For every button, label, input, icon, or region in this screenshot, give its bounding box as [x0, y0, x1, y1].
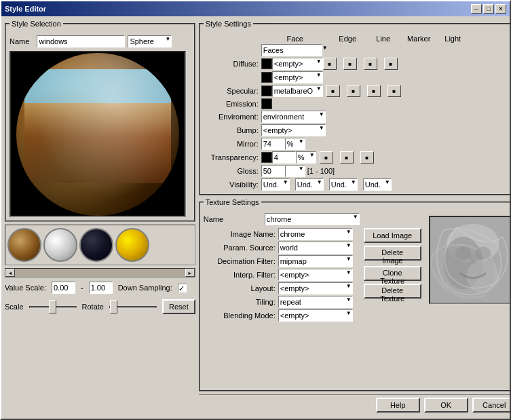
scale-slider[interactable]	[29, 306, 77, 308]
rotate-slider[interactable]	[109, 306, 157, 308]
visibility-label: Visibility:	[207, 180, 261, 189]
delete-image-button[interactable]: Delete Image	[364, 246, 421, 261]
param-source-select[interactable]: worldlocal	[278, 242, 353, 254]
param-source-row: Param. Source: worldlocal	[204, 242, 360, 254]
texture-name-select[interactable]: chromeenvironment	[265, 213, 360, 225]
image-name-select[interactable]: chrome<empty>	[278, 228, 353, 240]
shape-select[interactable]: Sphere Cube	[128, 35, 172, 47]
left-panel: Style Selection Name Sphere Cube	[5, 20, 195, 415]
diffuse-select-2-wrapper: <empty>	[272, 71, 323, 83]
diffuse-color-1[interactable]	[261, 58, 272, 69]
thumb-1[interactable]	[7, 228, 41, 262]
scroll-track[interactable]	[15, 269, 185, 277]
visibility-line-select[interactable]: Und.OnOff	[329, 178, 358, 191]
down-sampling-checkbox[interactable]: ✓	[178, 284, 187, 292]
mirror-label: Mirror:	[207, 140, 261, 148]
diffuse-color-2[interactable]	[261, 72, 272, 83]
mirror-row: Mirror: %	[207, 138, 511, 150]
texture-preview-col	[429, 213, 511, 323]
gloss-unit-select[interactable]	[285, 165, 305, 177]
diffuse-edge-btn-1[interactable]: ■	[323, 58, 337, 70]
image-name-row: Image Name: chrome<empty>	[204, 228, 360, 240]
delete-texture-button[interactable]: Delete Texture	[364, 284, 421, 299]
interp-label: Interp. Filter:	[204, 271, 278, 279]
value-scale-sep: -	[81, 284, 83, 292]
load-image-button[interactable]: Load Image	[364, 228, 421, 243]
svg-point-5	[475, 247, 491, 260]
value-scale-max-input[interactable]	[89, 282, 113, 294]
diffuse-row-2: <empty>	[207, 71, 511, 83]
interp-row: Interp. Filter: <empty>bilinear	[204, 269, 360, 281]
help-button[interactable]: Help	[376, 398, 420, 413]
specular-marker-btn[interactable]: ■	[367, 85, 381, 97]
specular-color[interactable]	[261, 85, 272, 96]
diffuse-row: Diffuse: <empty>chrome ■ ■ ■ ■	[207, 58, 511, 70]
thumb-2[interactable]	[43, 228, 77, 262]
tiling-select[interactable]: repeatclamp	[278, 296, 353, 308]
transparency-unit-select[interactable]: %	[296, 151, 316, 164]
diffuse-marker-btn-1[interactable]: ■	[364, 58, 377, 70]
transparency-color[interactable]	[261, 152, 272, 163]
visibility-edge-wrapper: Und.OnOff	[295, 178, 324, 191]
thumb-4[interactable]	[115, 228, 149, 262]
texture-fields-col: Name chromeenvironment Image Name:	[204, 213, 360, 323]
transparency-marker-btn[interactable]: ■	[360, 151, 374, 164]
diffuse-select-2[interactable]: <empty>	[272, 71, 323, 83]
texture-settings-legend: Texture Settings	[204, 198, 261, 206]
decimation-select[interactable]: mipmapnone	[278, 255, 353, 267]
transparency-line-btn[interactable]: ■	[340, 151, 354, 164]
rotate-label: Rotate	[82, 303, 104, 311]
visibility-face-select[interactable]: Und.OnOff	[261, 178, 290, 191]
name-row: Name Sphere Cube	[10, 35, 191, 48]
sphere-reflection	[16, 53, 179, 216]
bump-select[interactable]: <empty>	[261, 124, 326, 136]
close-button[interactable]: ✕	[495, 4, 506, 14]
value-scale-label: Value Scale:	[5, 284, 46, 292]
diffuse-light-btn-1[interactable]: ■	[384, 58, 398, 70]
specular-select[interactable]: metalbareOOchrome	[272, 85, 323, 97]
diffuse-select-1[interactable]: <empty>chrome	[272, 58, 323, 70]
scroll-right-btn[interactable]: ►	[185, 269, 195, 277]
clone-texture-button[interactable]: Clone Texture	[364, 266, 421, 281]
thumb-3[interactable]	[79, 228, 113, 262]
cancel-button[interactable]: Cancel	[472, 398, 511, 413]
blending-select[interactable]: <empty>modulate	[278, 309, 353, 322]
transparency-edge-btn[interactable]: ■	[320, 151, 333, 164]
style-settings-group: Style Settings Face Edge Line Marker Lig…	[199, 20, 511, 195]
bump-label: Bump:	[207, 126, 261, 134]
scroll-left-btn[interactable]: ◄	[5, 269, 15, 277]
minimize-button[interactable]: ─	[471, 4, 482, 14]
face-type-select[interactable]: FacesLines	[261, 44, 322, 56]
transparency-input[interactable]	[272, 151, 296, 164]
specular-line-btn[interactable]: ■	[347, 85, 360, 97]
maximize-button[interactable]: □	[483, 4, 494, 14]
image-name-select-wrapper: chrome<empty>	[278, 228, 353, 240]
mirror-unit-select[interactable]: %	[285, 138, 305, 150]
light-col-header: Light	[438, 35, 468, 43]
visibility-edge-select[interactable]: Und.OnOff	[295, 178, 324, 191]
blending-row: Blending Mode: <empty>modulate	[204, 309, 360, 322]
reset-button[interactable]: Reset	[162, 299, 195, 314]
interp-select[interactable]: <empty>bilinear	[278, 269, 353, 281]
environment-select[interactable]: environment<empty>	[261, 111, 326, 123]
specular-light-btn[interactable]: ■	[387, 85, 401, 97]
layout-select[interactable]: <empty>	[278, 282, 353, 294]
gloss-range-wrapper	[285, 165, 305, 177]
style-name-input[interactable]	[37, 35, 125, 47]
style-settings-legend: Style Settings	[204, 20, 253, 28]
style-scrollbar[interactable]: ◄ ►	[5, 268, 195, 278]
diffuse-line-btn-1[interactable]: ■	[343, 58, 357, 70]
mirror-unit-wrapper: %	[285, 138, 305, 150]
layout-select-wrapper: <empty>	[278, 282, 353, 294]
mirror-input[interactable]	[261, 138, 285, 150]
gloss-input[interactable]	[261, 165, 285, 177]
visibility-marker-select[interactable]: Und.OnOff	[363, 178, 392, 191]
col-headers-row: Face Edge Line Marker Light	[207, 35, 511, 43]
texture-main-layout: Name chromeenvironment Image Name:	[204, 213, 511, 323]
decimation-label: Decimation Filter:	[204, 257, 278, 265]
ok-button[interactable]: OK	[424, 398, 468, 413]
specular-edge-btn[interactable]: ■	[326, 85, 340, 97]
emission-color[interactable]	[261, 98, 272, 109]
marker-col-header: Marker	[400, 35, 438, 43]
value-scale-min-input[interactable]	[52, 282, 75, 294]
